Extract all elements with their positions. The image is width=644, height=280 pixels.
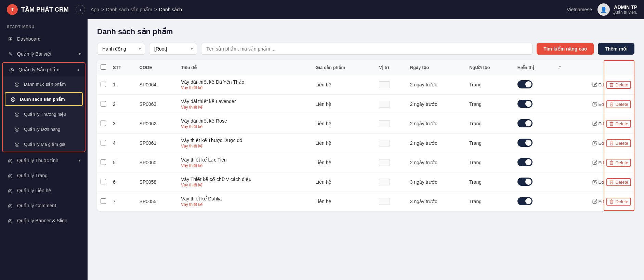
- breadcrumb-level2: Danh sách: [159, 7, 182, 12]
- sidebar-item-thuong-hieu[interactable]: ◎ Quản lý Thương hiệu: [3, 107, 85, 122]
- delete-button[interactable]: Delete: [606, 198, 631, 206]
- sidebar-item-ma-giam-gia[interactable]: ◎ Quản lý Mã giảm giá: [3, 137, 85, 152]
- display-toggle[interactable]: [517, 80, 533, 88]
- user-name: ADMIN TP: [613, 4, 637, 10]
- edit-button[interactable]: Ed: [592, 160, 604, 165]
- edit-button[interactable]: Ed: [592, 102, 604, 107]
- delete-button[interactable]: Delete: [606, 139, 631, 147]
- sidebar-item-lien-he[interactable]: ◎ Quản lý Liên hệ: [0, 183, 88, 198]
- row-display[interactable]: [514, 172, 555, 192]
- delete-button[interactable]: Delete: [606, 178, 631, 186]
- row-creator: Trang: [466, 114, 514, 134]
- row-checkbox[interactable]: [101, 121, 106, 126]
- display-toggle[interactable]: [517, 119, 533, 127]
- back-button[interactable]: ‹: [76, 5, 85, 14]
- edit-button[interactable]: Ed: [592, 180, 604, 185]
- row-checkbox[interactable]: [101, 159, 106, 165]
- row-display[interactable]: [514, 134, 555, 153]
- chevron-down-icon: ▾: [79, 52, 81, 56]
- sidebar-label-danh-muc: Danh mục sản phẩm: [24, 82, 66, 87]
- sidebar-item-san-pham[interactable]: ◎ Quản lý Sản phẩm ▴: [3, 63, 85, 76]
- thuong-hieu-icon: ◎: [14, 111, 21, 117]
- display-toggle[interactable]: [517, 178, 533, 186]
- avatar: 👤: [597, 3, 610, 16]
- row-title: Váy dài thiết kế Rose Váy thiết kế: [178, 114, 312, 134]
- row-stt: 6: [109, 172, 136, 192]
- breadcrumb-app[interactable]: App: [91, 7, 99, 12]
- display-toggle[interactable]: [517, 158, 533, 166]
- breadcrumb-level1[interactable]: Danh sách sản phẩm: [106, 7, 152, 12]
- main-content: Danh sách sản phẩm Hành động [Root] Tìm …: [88, 19, 644, 280]
- table: STT CODE Tiêu đề Giá sản phẩm Vị trí Ngà…: [97, 60, 634, 211]
- delete-button[interactable]: Delete: [606, 100, 631, 108]
- table-row: 2 SP0063 Váy dài thiết kế Lavender Váy t…: [97, 95, 634, 114]
- action-dropdown[interactable]: Hành động: [97, 43, 145, 55]
- table-row: 5 SP0060 Váy thiết kế Lạc Tiên Váy thiết…: [97, 153, 634, 172]
- sidebar-item-don-hang[interactable]: ◎ Quản lý Đơn hàng: [3, 122, 85, 137]
- sidebar-item-danh-muc[interactable]: ◎ Danh mục sản phẩm: [3, 76, 85, 92]
- col-display: Hiển thị: [514, 60, 555, 75]
- sidebar-label-thuoc-tinh: Quản lý Thuộc tính: [17, 158, 58, 163]
- row-display[interactable]: [514, 153, 555, 172]
- edit-button[interactable]: Ed: [592, 141, 604, 146]
- sidebar-item-thuoc-tinh[interactable]: ◎ Quản lý Thuộc tính ▾: [0, 153, 88, 168]
- row-display[interactable]: [514, 114, 555, 134]
- row-code: SP0064: [136, 75, 178, 95]
- breadcrumb-sep1: >: [101, 7, 104, 12]
- delete-button[interactable]: Delete: [606, 159, 631, 167]
- row-code: SP0058: [136, 172, 178, 192]
- display-toggle[interactable]: [517, 100, 533, 108]
- col-stt: STT: [109, 60, 136, 75]
- table-body: 1 SP0064 Váy dài thiết kế Dã Yên Thảo Vá…: [97, 75, 634, 211]
- sidebar-label-dashboard: Dashboard: [17, 36, 41, 42]
- user-menu[interactable]: 👤 ADMIN TP Quản trị viên,: [597, 3, 637, 16]
- san-pham-icon: ◎: [8, 66, 15, 73]
- row-creator: Trang: [466, 192, 514, 211]
- table-row: 3 SP0062 Váy dài thiết kế Rose Váy thiết…: [97, 114, 634, 134]
- add-new-button[interactable]: Thêm mới: [598, 43, 634, 55]
- sidebar-item-trang[interactable]: ◎ Quản lý Trang: [0, 168, 88, 183]
- row-display[interactable]: [514, 75, 555, 95]
- table-row: 7 SP0055 Váy thiết kế Dahlia Váy thiết k…: [97, 192, 634, 211]
- row-creator: Trang: [466, 75, 514, 95]
- sidebar-item-dashboard[interactable]: ⊞ Dashboard: [0, 31, 88, 46]
- search-input[interactable]: [201, 43, 533, 55]
- row-checkbox[interactable]: [101, 179, 106, 184]
- sidebar-label-banner: Quản lý Banner & Slide: [17, 218, 67, 223]
- edit-button[interactable]: Ed: [592, 82, 604, 87]
- row-position: [376, 95, 407, 114]
- don-hang-icon: ◎: [14, 126, 21, 132]
- row-code: SP0062: [136, 114, 178, 134]
- sidebar: START MENU ⊞ Dashboard ✎ Quản lý Bài viế…: [0, 19, 88, 280]
- row-stt: 4: [109, 134, 136, 153]
- row-position: [376, 114, 407, 134]
- table-container: STT CODE Tiêu đề Giá sản phẩm Vị trí Ngà…: [97, 60, 634, 211]
- row-checkbox[interactable]: [101, 101, 106, 107]
- thuoc-tinh-icon: ◎: [7, 157, 14, 164]
- delete-button[interactable]: Delete: [606, 120, 631, 128]
- row-display[interactable]: [514, 95, 555, 114]
- row-checkbox[interactable]: [101, 82, 106, 87]
- display-toggle[interactable]: [517, 139, 533, 147]
- language-selector[interactable]: Vietnamese: [567, 7, 592, 12]
- sidebar-item-bai-viet[interactable]: ✎ Quản lý Bài viết ▾: [0, 46, 88, 61]
- select-all-checkbox[interactable]: [101, 64, 106, 70]
- col-price: Giá sản phẩm: [312, 60, 376, 75]
- display-toggle[interactable]: [517, 197, 533, 205]
- sidebar-item-comment[interactable]: ◎ Quản lý Comment: [0, 198, 88, 213]
- search-advanced-button[interactable]: Tìm kiếm nâng cao: [537, 43, 594, 55]
- edit-button[interactable]: Ed: [592, 199, 604, 204]
- col-date: Ngày tạo: [407, 60, 466, 75]
- edit-button[interactable]: Ed: [592, 121, 604, 126]
- sidebar-item-banner[interactable]: ◎ Quản lý Banner & Slide: [0, 213, 88, 228]
- row-checkbox[interactable]: [101, 198, 106, 204]
- table-row: 4 SP0061 Váy thiết kế Thược Dược đỏ Váy …: [97, 134, 634, 153]
- row-date: 2 ngày trước: [407, 95, 466, 114]
- row-title: Váy Thiết kế cổ chữ V cách điệu Váy thiế…: [178, 172, 312, 192]
- root-dropdown[interactable]: [Root]: [149, 43, 197, 55]
- row-checkbox[interactable]: [101, 140, 106, 145]
- sidebar-item-danh-sach[interactable]: ◎ Danh sách sản phẩm: [5, 93, 82, 105]
- delete-button[interactable]: Delete: [606, 81, 631, 89]
- row-display[interactable]: [514, 192, 555, 211]
- col-position: Vị trí: [376, 60, 407, 75]
